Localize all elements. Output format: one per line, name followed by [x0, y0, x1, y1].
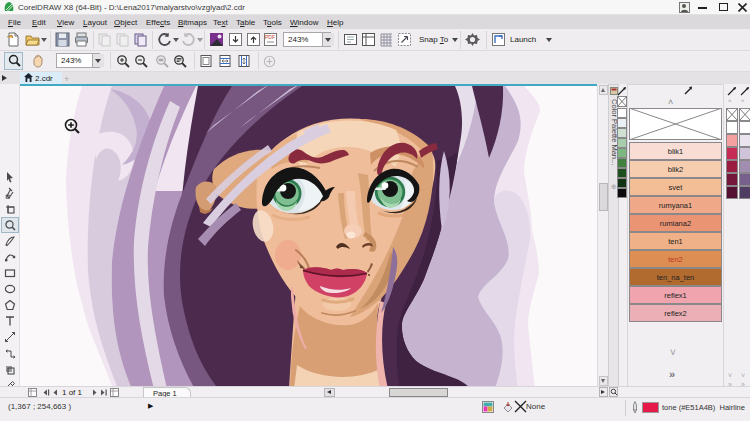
- svg-text:PDF: PDF: [265, 34, 275, 40]
